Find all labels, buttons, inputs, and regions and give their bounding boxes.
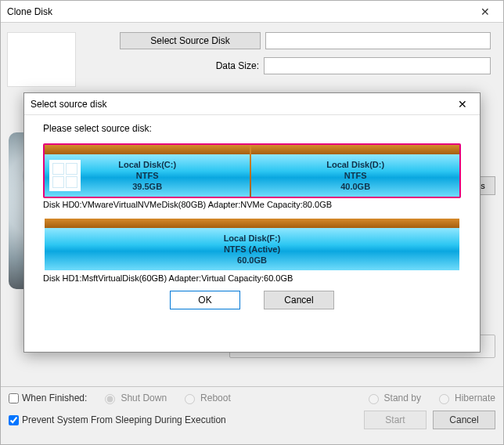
dialog-title: Select source disk (31, 99, 106, 110)
select-source-disk-dialog: Select source disk ✕ Please select sourc… (23, 92, 481, 353)
data-size-input[interactable] (264, 57, 491, 74)
dialog-titlebar: Select source disk ✕ (24, 93, 480, 115)
shutdown-radio[interactable]: Shut Down (101, 392, 167, 404)
reboot-radio[interactable]: Reboot (181, 392, 231, 404)
dialog-ok-button[interactable]: OK (170, 291, 240, 309)
dialog-close-icon[interactable]: ✕ (447, 94, 478, 114)
dialog-cancel-button[interactable]: Cancel (264, 291, 334, 309)
partition-f: Local Disk(F:) NTFS (Active) 60.0GB (224, 233, 281, 266)
disk1-info: Disk HD1:MsftVirtualDisk(60GB) Adapter:V… (43, 273, 461, 283)
window-title: Clone Disk (7, 6, 469, 17)
source-disk-path-input[interactable] (265, 32, 491, 49)
disk0-row[interactable]: Local Disk(C:) NTFS 39.5GB Local Disk(D:… (43, 143, 461, 198)
bottom-bar: When Finished: Shut Down Reboot Stand by… (1, 386, 503, 444)
partition-d: Local Disk(D:) NTFS 40.0GB (326, 159, 384, 193)
dialog-prompt: Please select source disk: (43, 123, 461, 134)
start-button[interactable]: Start (364, 411, 427, 429)
when-finished-checkbox[interactable]: When Finished: (9, 393, 87, 403)
standby-radio[interactable]: Stand by (365, 392, 421, 404)
source-disk-thumbnail (7, 32, 76, 87)
disk1-row[interactable]: Local Disk(F:) NTFS (Active) 60.0GB (43, 217, 461, 272)
cancel-button[interactable]: Cancel (433, 411, 495, 429)
partition-c: Local Disk(C:) NTFS 39.5GB (118, 159, 176, 193)
windows-logo-icon (49, 160, 81, 191)
close-icon[interactable]: ✕ (469, 2, 502, 22)
disk0-info: Disk HD0:VMwareVirtualNVMeDisk(80GB) Ada… (43, 200, 461, 209)
data-size-label: Data Size: (120, 60, 259, 71)
hibernate-radio[interactable]: Hibernate (435, 392, 495, 404)
titlebar: Clone Disk ✕ (1, 1, 503, 23)
select-source-disk-button[interactable]: Select Source Disk (120, 32, 261, 49)
prevent-sleep-checkbox[interactable]: Prevent System From Sleeping During Exec… (9, 414, 226, 425)
